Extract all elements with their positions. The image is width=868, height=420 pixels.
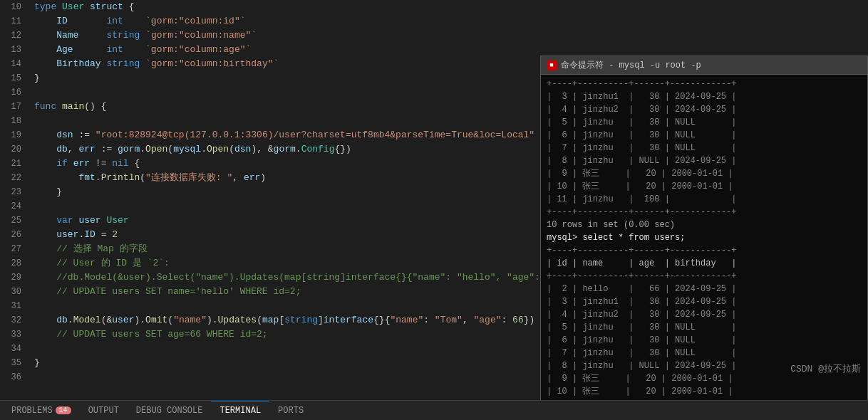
terminal-line: | 7 | jinzhu | 30 | NULL | xyxy=(547,347,862,359)
line-number: 26 xyxy=(7,228,21,242)
terminal-line: | 10 | 张三 | 20 | 2000-01-01 | xyxy=(547,385,862,398)
line-number: 35 xyxy=(7,356,21,370)
terminal-line: | 6 | jinzhu | 30 | NULL | xyxy=(547,334,862,347)
watermark: CSDN @拉不拉斯 xyxy=(790,362,861,375)
code-line: Name string `gorm:"column:name"` xyxy=(34,28,862,43)
terminal-line: | 3 | jinzhu1 | 30 | 2024-09-25 | xyxy=(547,90,862,103)
bottom-bar: PROBLEMS14OUTPUTDEBUG CONSOLETERMINALPOR… xyxy=(0,400,868,420)
terminal-line: +----+----------+------+------------+ xyxy=(547,244,862,257)
line-number: 31 xyxy=(7,299,21,313)
terminal-line: | 5 | jinzhu | 30 | NULL | xyxy=(547,321,862,334)
terminal-icon: ■ xyxy=(547,61,557,70)
tab-label: TERMINAL xyxy=(219,406,261,416)
line-number: 13 xyxy=(7,43,21,57)
tab-ports[interactable]: PORTS xyxy=(269,401,312,421)
terminal-line: | 3 | jinzhu1 | 30 | 2024-09-25 | xyxy=(547,295,862,308)
terminal-titlebar: ■ 命令提示符 - mysql -u root -p xyxy=(541,56,867,75)
terminal-line: | 2 | hello | 66 | 2024-09-25 | xyxy=(547,283,862,295)
line-number: 15 xyxy=(7,71,21,85)
tab-label: OUTPUT xyxy=(88,406,119,416)
terminal-line: | 4 | jinzhu2 | 30 | 2024-09-25 | xyxy=(547,103,862,116)
terminal-line: +----+----------+------+------------+ xyxy=(547,206,862,219)
line-number: 32 xyxy=(7,313,21,327)
editor-area: 1011121314151617181920212223242526272829… xyxy=(0,0,868,400)
code-line: Age int `gorm:"column:age"` xyxy=(34,43,862,57)
terminal-line: | 6 | jinzhu | 30 | NULL | xyxy=(547,129,862,142)
terminal-line: 10 rows in set (0.00 sec) xyxy=(547,219,862,231)
terminal-window[interactable]: ■ 命令提示符 - mysql -u root -p +----+-------… xyxy=(540,56,868,400)
line-number: 22 xyxy=(7,171,21,185)
line-number: 33 xyxy=(7,327,21,342)
terminal-line: | 10 | 张三 | 20 | 2000-01-01 | xyxy=(547,180,862,193)
tab-problems[interactable]: PROBLEMS14 xyxy=(3,401,80,421)
main-container: 1011121314151617181920212223242526272829… xyxy=(0,0,868,420)
terminal-line: | 11 | jinzhu | 100 | | xyxy=(547,398,862,400)
terminal-line: | 7 | jinzhu | 30 | NULL | xyxy=(547,142,862,154)
line-number: 27 xyxy=(7,242,21,256)
line-number: 34 xyxy=(7,342,21,356)
terminal-line: +----+----------+------+------------+ xyxy=(547,78,862,90)
line-number: 16 xyxy=(7,85,21,100)
terminal-line: | 9 | 张三 | 20 | 2000-01-01 | xyxy=(547,167,862,180)
tab-badge: 14 xyxy=(56,406,71,414)
line-number: 10 xyxy=(7,0,21,14)
terminal-title: 命令提示符 - mysql -u root -p xyxy=(561,59,701,71)
terminal-line: | 11 | jinzhu | 100 | | xyxy=(547,193,862,206)
line-number: 29 xyxy=(7,271,21,285)
line-number: 19 xyxy=(7,128,21,142)
line-number: 30 xyxy=(7,285,21,299)
terminal-line: mysql> select * from users; xyxy=(547,231,862,244)
line-number: 36 xyxy=(7,370,21,384)
tab-label: PORTS xyxy=(278,406,304,416)
line-number: 20 xyxy=(7,142,21,157)
tab-debug-console[interactable]: DEBUG CONSOLE xyxy=(128,401,212,421)
line-number: 17 xyxy=(7,100,21,114)
line-number: 18 xyxy=(7,114,21,128)
line-number: 28 xyxy=(7,256,21,271)
terminal-body[interactable]: +----+----------+------+------------+| 3… xyxy=(541,75,867,400)
line-number: 24 xyxy=(7,199,21,214)
terminal-line: | id | name | age | birthday | xyxy=(547,257,862,270)
line-number: 25 xyxy=(7,214,21,228)
tab-label: PROBLEMS xyxy=(11,406,53,416)
tab-terminal[interactable]: TERMINAL xyxy=(211,401,269,421)
line-number: 12 xyxy=(7,28,21,43)
terminal-line: | 8 | jinzhu | NULL | 2024-09-25 | xyxy=(547,154,862,167)
line-number: 11 xyxy=(7,14,21,28)
code-line: type User struct { xyxy=(34,0,862,14)
terminal-line: +----+----------+------+------------+ xyxy=(547,270,862,283)
line-number: 23 xyxy=(7,185,21,199)
tab-label: DEBUG CONSOLE xyxy=(136,406,203,416)
code-line: ID int `gorm:"column:id"` xyxy=(34,14,862,28)
line-number: 14 xyxy=(7,57,21,71)
line-numbers: 1011121314151617181920212223242526272829… xyxy=(0,0,29,400)
line-number: 21 xyxy=(7,157,21,171)
tab-output[interactable]: OUTPUT xyxy=(80,401,128,421)
terminal-line: | 4 | jinzhu2 | 30 | 2024-09-25 | xyxy=(547,308,862,321)
terminal-line: | 5 | jinzhu | 30 | NULL | xyxy=(547,116,862,129)
